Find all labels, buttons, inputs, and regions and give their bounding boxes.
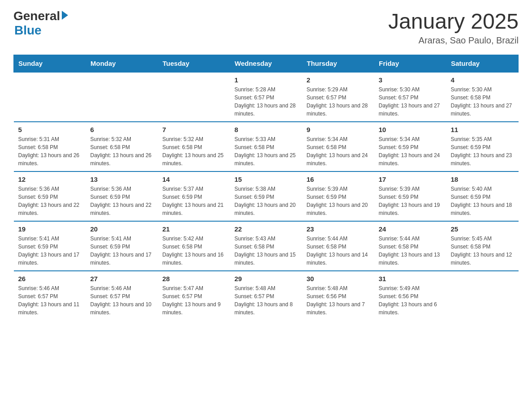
day-number: 2 [307,76,370,84]
calendar-cell: 20Sunrise: 5:41 AMSunset: 6:59 PMDayligh… [86,221,158,271]
day-number: 19 [18,225,82,233]
calendar-header-tuesday: Tuesday [158,55,230,73]
calendar-cell: 11Sunrise: 5:35 AMSunset: 6:59 PMDayligh… [446,122,519,171]
day-info: Sunrise: 5:43 AMSunset: 6:58 PMDaylight:… [235,235,298,267]
header: General Blue January 2025 Araras, Sao Pa… [13,9,519,46]
day-info: Sunrise: 5:33 AMSunset: 6:58 PMDaylight:… [235,135,298,167]
calendar-cell: 9Sunrise: 5:34 AMSunset: 6:58 PMDaylight… [302,122,374,171]
day-info: Sunrise: 5:46 AMSunset: 6:57 PMDaylight:… [18,284,82,317]
calendar-cell: 18Sunrise: 5:40 AMSunset: 6:59 PMDayligh… [446,171,519,221]
logo-blue-text: Blue [14,23,42,38]
day-info: Sunrise: 5:38 AMSunset: 6:59 PMDaylight:… [235,185,298,217]
day-number: 20 [90,225,154,233]
day-info: Sunrise: 5:46 AMSunset: 6:57 PMDaylight:… [90,284,154,317]
calendar-week-row: 12Sunrise: 5:36 AMSunset: 6:59 PMDayligh… [14,171,519,221]
day-number: 4 [451,76,514,84]
calendar-cell: 4Sunrise: 5:30 AMSunset: 6:58 PMDaylight… [446,72,519,122]
calendar-week-row: 1Sunrise: 5:28 AMSunset: 6:57 PMDaylight… [14,72,519,122]
calendar-cell [86,72,158,122]
day-info: Sunrise: 5:34 AMSunset: 6:58 PMDaylight:… [307,135,370,167]
day-number: 9 [307,126,370,133]
day-info: Sunrise: 5:30 AMSunset: 6:57 PMDaylight:… [379,86,442,118]
logo-arrow-icon [62,11,68,20]
day-info: Sunrise: 5:32 AMSunset: 6:58 PMDaylight:… [90,135,154,167]
day-number: 5 [18,126,82,133]
calendar-cell: 30Sunrise: 5:48 AMSunset: 6:56 PMDayligh… [302,271,374,320]
calendar-header-wednesday: Wednesday [230,55,302,73]
calendar-cell: 8Sunrise: 5:33 AMSunset: 6:58 PMDaylight… [230,122,302,171]
day-number: 3 [379,76,442,84]
calendar-cell: 10Sunrise: 5:34 AMSunset: 6:59 PMDayligh… [374,122,446,171]
calendar-header-friday: Friday [374,55,446,73]
day-number: 26 [18,275,82,283]
day-number: 29 [235,275,298,283]
day-info: Sunrise: 5:28 AMSunset: 6:57 PMDaylight:… [235,86,298,118]
calendar-header-thursday: Thursday [302,55,374,73]
day-info: Sunrise: 5:48 AMSunset: 6:56 PMDaylight:… [307,284,370,317]
calendar-cell: 29Sunrise: 5:48 AMSunset: 6:57 PMDayligh… [230,271,302,320]
calendar-cell: 7Sunrise: 5:32 AMSunset: 6:58 PMDaylight… [158,122,230,171]
calendar-title: January 2025 [388,9,519,34]
day-number: 16 [307,176,370,183]
day-info: Sunrise: 5:44 AMSunset: 6:58 PMDaylight:… [379,235,442,267]
calendar-cell: 21Sunrise: 5:42 AMSunset: 6:58 PMDayligh… [158,221,230,271]
day-number: 10 [379,126,442,133]
calendar-cell: 28Sunrise: 5:47 AMSunset: 6:57 PMDayligh… [158,271,230,320]
day-number: 12 [18,176,82,183]
day-number: 23 [307,225,370,233]
day-info: Sunrise: 5:39 AMSunset: 6:59 PMDaylight:… [307,185,370,217]
day-number: 30 [307,275,370,283]
calendar-cell: 27Sunrise: 5:46 AMSunset: 6:57 PMDayligh… [86,271,158,320]
calendar-cell: 2Sunrise: 5:29 AMSunset: 6:57 PMDaylight… [302,72,374,122]
day-info: Sunrise: 5:32 AMSunset: 6:58 PMDaylight:… [163,135,226,167]
calendar-cell [14,72,86,122]
calendar-cell: 19Sunrise: 5:41 AMSunset: 6:59 PMDayligh… [14,221,86,271]
calendar-header-sunday: Sunday [14,55,86,73]
day-info: Sunrise: 5:48 AMSunset: 6:57 PMDaylight:… [235,284,298,317]
day-number: 13 [90,176,154,183]
calendar-cell: 17Sunrise: 5:39 AMSunset: 6:59 PMDayligh… [374,171,446,221]
calendar-cell: 31Sunrise: 5:49 AMSunset: 6:56 PMDayligh… [374,271,446,320]
day-number: 21 [163,225,226,233]
calendar-header-monday: Monday [86,55,158,73]
calendar-cell: 13Sunrise: 5:36 AMSunset: 6:59 PMDayligh… [86,171,158,221]
day-number: 6 [90,126,154,133]
calendar-cell: 25Sunrise: 5:45 AMSunset: 6:58 PMDayligh… [446,221,519,271]
calendar-cell: 16Sunrise: 5:39 AMSunset: 6:59 PMDayligh… [302,171,374,221]
day-info: Sunrise: 5:49 AMSunset: 6:56 PMDaylight:… [379,284,442,317]
day-info: Sunrise: 5:34 AMSunset: 6:59 PMDaylight:… [379,135,442,167]
calendar-table: SundayMondayTuesdayWednesdayThursdayFrid… [13,55,519,320]
calendar-week-row: 19Sunrise: 5:41 AMSunset: 6:59 PMDayligh… [14,221,519,271]
calendar-cell: 3Sunrise: 5:30 AMSunset: 6:57 PMDaylight… [374,72,446,122]
day-number: 18 [451,176,514,183]
calendar-cell: 23Sunrise: 5:44 AMSunset: 6:58 PMDayligh… [302,221,374,271]
day-info: Sunrise: 5:45 AMSunset: 6:58 PMDaylight:… [451,235,514,267]
day-number: 22 [235,225,298,233]
day-number: 28 [163,275,226,283]
day-info: Sunrise: 5:36 AMSunset: 6:59 PMDaylight:… [18,185,82,217]
calendar-cell [158,72,230,122]
day-number: 8 [235,126,298,133]
day-number: 17 [379,176,442,183]
day-number: 24 [379,225,442,233]
day-number: 7 [163,126,226,133]
title-section: January 2025 Araras, Sao Paulo, Brazil [388,9,519,46]
day-info: Sunrise: 5:41 AMSunset: 6:59 PMDaylight:… [18,235,82,267]
calendar-cell: 6Sunrise: 5:32 AMSunset: 6:58 PMDaylight… [86,122,158,171]
day-info: Sunrise: 5:41 AMSunset: 6:59 PMDaylight:… [90,235,154,267]
day-info: Sunrise: 5:47 AMSunset: 6:57 PMDaylight:… [163,284,226,317]
day-info: Sunrise: 5:42 AMSunset: 6:58 PMDaylight:… [163,235,226,267]
calendar-cell [446,271,519,320]
day-info: Sunrise: 5:29 AMSunset: 6:57 PMDaylight:… [307,86,370,118]
calendar-week-row: 26Sunrise: 5:46 AMSunset: 6:57 PMDayligh… [14,271,519,320]
logo-general-text: General [13,9,60,23]
calendar-subtitle: Araras, Sao Paulo, Brazil [388,35,519,46]
day-number: 27 [90,275,154,283]
day-info: Sunrise: 5:39 AMSunset: 6:59 PMDaylight:… [379,185,442,217]
calendar-header-row: SundayMondayTuesdayWednesdayThursdayFrid… [14,55,519,73]
calendar-header-saturday: Saturday [446,55,519,73]
calendar-cell: 24Sunrise: 5:44 AMSunset: 6:58 PMDayligh… [374,221,446,271]
calendar-week-row: 5Sunrise: 5:31 AMSunset: 6:58 PMDaylight… [14,122,519,171]
day-info: Sunrise: 5:30 AMSunset: 6:58 PMDaylight:… [451,86,514,118]
day-info: Sunrise: 5:40 AMSunset: 6:59 PMDaylight:… [451,185,514,217]
